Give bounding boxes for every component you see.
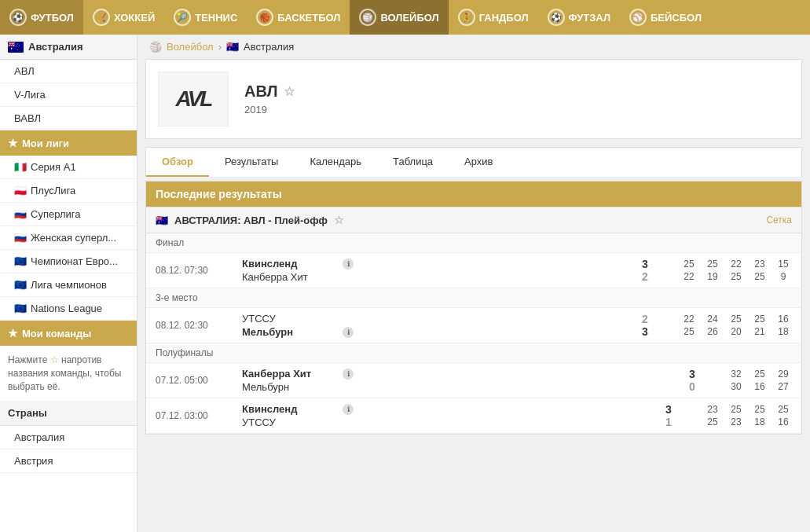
set-scores-home: 25 25 22 23 15 <box>680 259 792 270</box>
team-name-away: Канберра Хит <box>242 271 336 283</box>
league-header: AVL АВЛ ☆ 2019 <box>145 59 802 139</box>
team-row-home: Квинсленд ℹ <box>242 258 633 270</box>
set-scores-utccu-semi: 25 23 18 16 <box>704 416 792 427</box>
score-melbourne: 3 <box>633 325 657 338</box>
league-info: АВЛ ☆ 2019 <box>244 83 295 116</box>
nav-handball-label: ГАНДБОЛ <box>479 12 529 24</box>
team-row-home-third: УТССУ <box>242 313 633 325</box>
round-final: Финал <box>146 233 801 253</box>
score-away: 2 <box>633 270 657 283</box>
team-row-canberra-semi: Канберра Хит ℹ <box>242 368 680 380</box>
sidebar-country-header[interactable]: 🇦🇺 Австралия <box>0 35 137 60</box>
tournament-bracket-link[interactable]: Сетка <box>766 215 792 226</box>
breadcrumb-country: Австралия <box>244 41 294 53</box>
team-name-canberra-semi: Канберра Хит <box>242 368 336 380</box>
set-scores-melbourne: 25 26 20 21 18 <box>680 326 792 337</box>
sidebar-item-austria[interactable]: Австрия <box>0 449 137 473</box>
star-icon: ★ <box>8 137 18 149</box>
tab-archive[interactable]: Архив <box>449 148 508 177</box>
team-row-away-third: Мельбурн ℹ <box>242 326 633 338</box>
match-teams-semi2: Квинсленд ℹ УТССУ <box>242 403 657 428</box>
nav-tennis-label: ТЕННИС <box>195 12 237 24</box>
info-icon-canberra-semi[interactable]: ℹ <box>343 369 354 380</box>
breadcrumb-sport[interactable]: Волейбол <box>167 41 214 53</box>
nav-football[interactable]: ⚽ ФУТБОЛ <box>0 0 83 35</box>
sidebar-item-nations-league[interactable]: 🇪🇺Nations League <box>0 297 137 321</box>
set-scores-melb-semi: 30 16 27 <box>728 381 792 392</box>
league-logo: AVL <box>158 72 229 127</box>
hockey-icon: 🏒 <box>93 9 110 26</box>
sidebar-item-vavl[interactable]: ВАВЛ <box>0 107 137 130</box>
set-scores-away: 22 19 25 25 9 <box>680 271 792 282</box>
nav-baseball[interactable]: ⚾ БЕЙСБОЛ <box>620 0 711 35</box>
match-datetime: 08.12. 07:30 <box>156 265 242 276</box>
baseball-icon: ⚾ <box>629 9 647 26</box>
tab-overview[interactable]: Обзор <box>146 148 209 177</box>
sidebar-item-champions-league[interactable]: 🇪🇺Лига чемпионов <box>0 273 137 297</box>
league-favorite-star[interactable]: ☆ <box>284 84 295 99</box>
nav-hockey-label: ХОККЕЙ <box>114 12 155 24</box>
score-canberra-semi: 3 <box>680 368 704 380</box>
top-navigation: ⚽ ФУТБОЛ 🏒 ХОККЕЙ 🎾 ТЕННИС 🏀 БАСКЕТБОЛ 🏐… <box>0 0 810 35</box>
flag-australia: 🇦🇺 <box>8 42 24 53</box>
nav-football-label: ФУТБОЛ <box>31 12 74 24</box>
sidebar-item-euro-champ[interactable]: 🇪🇺Чемпионат Евро... <box>0 250 137 273</box>
tournament-title: 🇦🇺 АВСТРАЛИЯ: АВЛ - Плей-офф ☆ <box>156 214 344 226</box>
league-logo-text: AVL <box>176 86 211 112</box>
tab-table[interactable]: Таблица <box>377 148 449 177</box>
sidebar-item-plusliga[interactable]: 🇵🇱ПлусЛига <box>0 179 137 203</box>
score-home: 3 <box>633 258 657 270</box>
round-semifinals: Полуфиналы <box>146 343 801 363</box>
sidebar-item-superliga[interactable]: 🇷🇺Суперлига <box>0 203 137 226</box>
match-teams: Квинсленд ℹ Канберра Хит <box>242 258 633 283</box>
sidebar-item-vlliga[interactable]: V-Лига <box>0 83 137 107</box>
nav-volleyball-label: ВОЛЕЙБОЛ <box>380 12 438 24</box>
team-name-home: Квинсленд <box>242 258 336 270</box>
info-icon-qld-semi[interactable]: ℹ <box>343 404 354 415</box>
nav-futsal[interactable]: ⚽ ФУТЗАЛ <box>538 0 620 35</box>
match-datetime-semi2: 07.12. 03:00 <box>156 410 242 421</box>
team-name-utccu: УТССУ <box>242 313 336 325</box>
nav-volleyball[interactable]: 🏐 ВОЛЕЙБОЛ <box>350 0 448 35</box>
results-section: Последние результаты 🇦🇺 АВСТРАЛИЯ: АВЛ -… <box>145 181 802 435</box>
match-datetime-third: 08.12. 02:30 <box>156 320 242 331</box>
nav-tennis[interactable]: 🎾 ТЕННИС <box>164 0 247 35</box>
nav-handball[interactable]: 🤾 ГАНДБОЛ <box>449 0 538 35</box>
nav-futsal-label: ФУТЗАЛ <box>569 12 610 24</box>
league-year: 2019 <box>244 104 295 116</box>
futsal-icon: ⚽ <box>548 9 565 26</box>
tournament-star[interactable]: ☆ <box>334 214 344 226</box>
tab-results[interactable]: Результаты <box>209 148 294 177</box>
score-utccu: 2 <box>633 313 657 325</box>
nav-hockey[interactable]: 🏒 ХОККЕЙ <box>83 0 164 35</box>
sidebar-item-seria-a1[interactable]: 🇮🇹Серия А1 <box>0 156 137 179</box>
info-icon-melbourne[interactable]: ℹ <box>343 327 354 338</box>
match-datetime-semi1: 07.12. 05:00 <box>156 375 242 386</box>
team-name-melb-semi: Мельбурн <box>242 381 336 393</box>
sidebar-item-avl[interactable]: АВЛ <box>0 60 137 83</box>
breadcrumb-separator: › <box>218 41 222 53</box>
sidebar-item-women-superliga[interactable]: 🇷🇺Женская суперл... <box>0 226 137 250</box>
star-icon-teams: ★ <box>8 327 18 339</box>
nav-basketball[interactable]: 🏀 БАСКЕТБОЛ <box>247 0 350 35</box>
match-teams-third: УТССУ Мельбурн ℹ <box>242 313 633 338</box>
team-name-utccu-semi: УТССУ <box>242 416 336 428</box>
league-title: АВЛ ☆ <box>244 83 295 101</box>
team-name-qld-semi: Квинсленд <box>242 403 336 415</box>
breadcrumb: 🏐 Волейбол › 🇦🇺 Австралия <box>137 35 810 59</box>
tab-calendar[interactable]: Календарь <box>294 148 377 177</box>
info-icon-home[interactable]: ℹ <box>343 259 354 270</box>
tabs: Обзор Результаты Календарь Таблица Архив <box>145 147 802 177</box>
sidebar-item-australia[interactable]: Австралия <box>0 426 137 449</box>
breadcrumb-australia-flag: 🇦🇺 <box>226 41 239 53</box>
countries-section-title: Страны <box>0 401 137 426</box>
my-leagues-header: ★ Мои лиги <box>0 130 137 156</box>
team-row-utccu-semi: УТССУ <box>242 416 657 428</box>
nav-basketball-label: БАСКЕТБОЛ <box>277 12 340 24</box>
main-content: 🏐 Волейбол › 🇦🇺 Австралия AVL АВЛ ☆ 2019… <box>137 35 810 532</box>
sidebar-country-label: Австралия <box>28 41 83 53</box>
team-row-away: Канберра Хит <box>242 271 633 283</box>
my-teams-description: Нажмите ☆ напротив названия команды, что… <box>0 346 137 401</box>
tournament-flag: 🇦🇺 <box>156 215 168 226</box>
match-row: 08.12. 07:30 Квинсленд ℹ Канберра Хит 3 … <box>146 253 801 288</box>
